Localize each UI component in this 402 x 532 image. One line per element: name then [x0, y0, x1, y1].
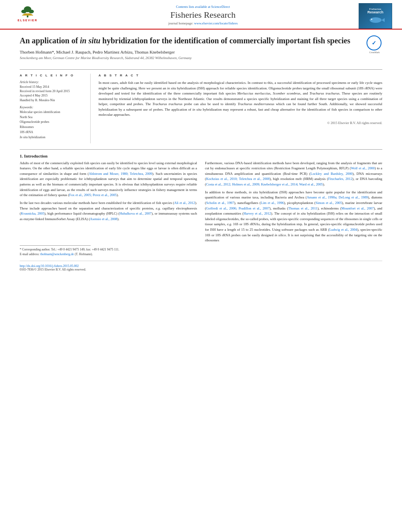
keywords-group: Keywords: Molecular species identificati…	[20, 106, 84, 140]
section-divider	[20, 149, 382, 150]
ref-ludwig[interactable]: Ludwig et al., 2004	[329, 228, 357, 232]
section-title: Introduction	[24, 154, 48, 158]
ref-lockley[interactable]: Lockley and Bardsley, 2000	[311, 172, 353, 176]
sciencedirect-link[interactable]: ScienceDirect	[211, 5, 230, 9]
title-part1: An application of	[20, 36, 80, 45]
received-date: Received 15 May 2014	[20, 85, 84, 89]
ref-wolf[interactable]: Wolf et al., 2000	[351, 166, 375, 170]
logo-main-text: Research	[367, 10, 383, 15]
body-two-col: Adults of most of the commercially explo…	[20, 161, 382, 257]
keywords-list: Molecular species identification North S…	[20, 110, 84, 140]
keyword-6: In situ hybridization	[20, 135, 84, 140]
abstract-text: In most cases, adult fish can be easily …	[99, 80, 382, 118]
body-col-left: Adults of most of the commercially explo…	[20, 161, 197, 257]
keyword-4: Ribosomes	[20, 125, 84, 130]
email-link[interactable]: thofmam@senckenberg.de	[40, 252, 74, 256]
keyword-2: North Sea	[20, 115, 84, 120]
contents-line: Contents lists available at ScienceDirec…	[55, 5, 351, 9]
ref-ali[interactable]: Ali et al., 2012	[174, 201, 195, 205]
abstract-label: A B S T R A C T	[99, 74, 382, 77]
accepted-date: Accepted 4 May 2015	[20, 93, 84, 98]
issn-copyright: 0165-7836/© 2015 Elsevier B.V. All right…	[20, 268, 382, 271]
footnote-rule	[20, 245, 91, 246]
doi-link[interactable]: http://dx.doi.org/10.1016/j.fishres.2015…	[20, 264, 382, 268]
intro-right-para2: In addition to these methods, in situ hy…	[205, 190, 382, 243]
email-name: (T. Hofmann).	[75, 252, 93, 256]
ref-goffredi[interactable]: Goffredi et al., 2006; Pradillon et al.,…	[206, 206, 270, 210]
intro-right-para1: Furthermore, various DNA-based identific…	[205, 161, 382, 187]
homepage-url[interactable]: www.elsevier.com/locate/fishres	[194, 21, 238, 25]
article-info-col: A R T I C L E I N F O Article history: R…	[20, 74, 91, 143]
svg-point-2	[21, 9, 26, 13]
page: ELSEVIER Contents lists available at Sci…	[0, 0, 402, 532]
intro-left-para1: Adults of most of the commercially explo…	[20, 161, 197, 198]
fish-illustration-icon	[366, 14, 385, 24]
article-info-label: A R T I C L E I N F O	[20, 74, 84, 77]
intro-left-para2: In the last two decades various molecula…	[20, 200, 197, 222]
fisheries-logo-box: Fisheries Research	[359, 3, 392, 29]
keyword-5: 18S rRNA	[20, 130, 84, 135]
keywords-label: Keywords:	[20, 106, 84, 109]
fisheries-logo-area: Fisheries Research	[359, 3, 394, 29]
ref-costa[interactable]: Costa et al., 2012; Holmes et al., 2009;…	[206, 182, 323, 186]
footnote-email: E-mail address: thofmam@senckenberg.de (…	[20, 252, 197, 257]
journal-homepage: journal homepage: www.elsevier.com/locat…	[55, 21, 351, 25]
ref-amann[interactable]: Amann et al., 1990a; DeLong et al., 1989	[307, 195, 368, 199]
copyright-line: © 2015 Elsevier B.V. All rights reserved…	[99, 121, 382, 125]
elsevier-tree-icon	[20, 6, 35, 18]
elsevier-logo-area: ELSEVIER	[8, 3, 47, 25]
keyword-3: Oligonucleotide probes	[20, 120, 84, 125]
article-authors: Thorben Hofmann*, Michael J. Raupach, Pe…	[20, 50, 361, 54]
elsevier-text-label: ELSEVIER	[18, 19, 38, 22]
article-title-text: An application of in situ hybridization …	[20, 35, 361, 63]
footnote-star: * Corresponding author. Tel.: +49 0 4421…	[20, 247, 197, 252]
ref-mountfort[interactable]: Mountfort et al., 2007	[341, 206, 374, 210]
journal-header: ELSEVIER Contents lists available at Sci…	[0, 0, 402, 30]
ref-scholin[interactable]: Scholin et al., 1997	[206, 201, 234, 205]
journal-title: Fisheries Research	[55, 10, 351, 20]
introduction-heading: 1. Introduction	[20, 154, 382, 158]
crossmark-icon: ✓	[367, 35, 382, 50]
svg-marker-5	[382, 18, 385, 22]
ref-kvasnicka[interactable]: Kvasnicka, 2005	[21, 211, 45, 215]
ref-fox[interactable]: Fox et al., 2005; Perez et al., 2005	[69, 193, 117, 197]
abstract-col: A B S T R A C T In most cases, adult fis…	[99, 74, 382, 143]
ref-fitzcharles[interactable]: Fitzcharles, 2012	[328, 177, 352, 181]
crossmark-label: CrossMark	[367, 51, 382, 54]
article-content: An application of in situ hybridization …	[0, 30, 402, 277]
body-col-right: Furthermore, various DNA-based identific…	[205, 161, 382, 257]
journal-center: Contents lists available at ScienceDirec…	[47, 3, 359, 27]
svg-point-4	[370, 17, 382, 23]
handled-by: Handled by B. Morales-Nin	[20, 98, 84, 102]
keyword-1: Molecular species identification	[20, 110, 84, 115]
crossmark-logo[interactable]: ✓ CrossMark	[367, 35, 382, 51]
introduction-section: 1. Introduction Adults of most of the co…	[20, 154, 382, 257]
email-label: E-mail address:	[20, 252, 39, 256]
ref-harvey[interactable]: Harvey et al., 2012	[244, 211, 271, 215]
ref-asensio[interactable]: Asensio et al., 2008	[90, 217, 117, 221]
doi-url[interactable]: http://dx.doi.org/10.1016/j.fishres.2015…	[20, 264, 79, 268]
ref-ahlstrom[interactable]: Ahlstrom and Moser, 1980; Teletchea, 200…	[89, 172, 152, 176]
article-main-title: An application of in situ hybridization …	[20, 35, 361, 46]
ref-hubalkova[interactable]: Hubalkova et al., 2007	[119, 211, 151, 215]
ref-kochzius[interactable]: Kochzius et al., 2010; Teletchea et al.,…	[206, 177, 270, 181]
ref-lim[interactable]: Lim et al., 1996	[261, 201, 284, 205]
elsevier-logo: ELSEVIER	[10, 3, 45, 25]
svg-point-3	[29, 9, 34, 13]
svg-point-6	[371, 19, 372, 20]
section-number: 1.	[20, 154, 23, 158]
article-history: Article history: Received 15 May 2014 Re…	[20, 80, 84, 102]
title-part2: hybridization for the identification of …	[100, 36, 350, 45]
footnote-area: * Corresponding author. Tel.: +49 0 4421…	[20, 245, 197, 257]
article-affiliation: Senckenberg am Meer, German Centre for M…	[20, 56, 361, 60]
history-label: Article history:	[20, 80, 84, 84]
homepage-label: journal homepage:	[168, 21, 194, 25]
ref-thomas[interactable]: Thomas et al., 2011	[288, 206, 317, 210]
article-info-abstract: A R T I C L E I N F O Article history: R…	[20, 69, 382, 143]
article-title-section: An application of in situ hybridization …	[20, 35, 382, 66]
ref-simon[interactable]: Simon et al., 2005	[316, 201, 342, 205]
authors-text: Thorben Hofmann*, Michael J. Raupach, Pe…	[20, 50, 175, 54]
article-footer: http://dx.doi.org/10.1016/j.fishres.2015…	[20, 261, 382, 271]
title-italic: in situ	[80, 36, 100, 45]
revised-date: Received in revised form 20 April 2015	[20, 89, 84, 93]
